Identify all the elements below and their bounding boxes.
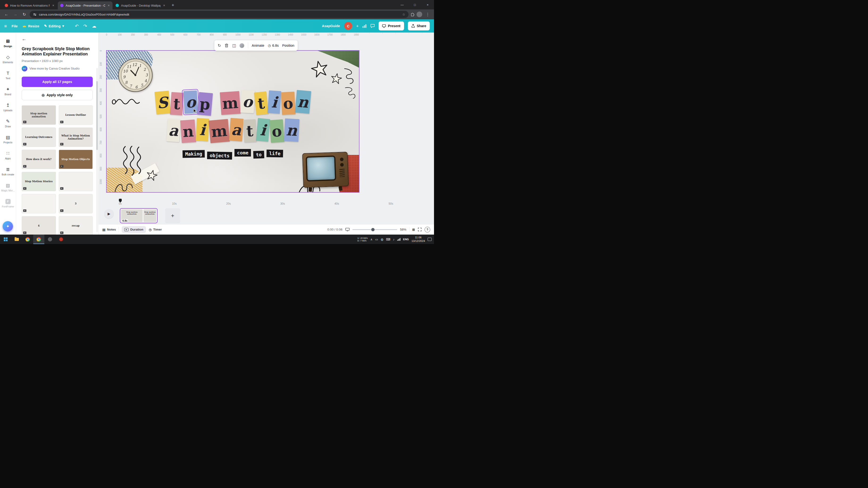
window-minimize-button[interactable]: — xyxy=(396,0,408,9)
add-member-icon[interactable]: + xyxy=(356,24,359,28)
template-page-thumbnail[interactable]: recap ▸ xyxy=(59,216,93,234)
tagline-word[interactable]: life xyxy=(267,150,283,157)
zoom-slider-thumb[interactable] xyxy=(371,228,375,231)
forward-icon[interactable]: → xyxy=(12,11,19,18)
cutout-letter[interactable]: i xyxy=(268,90,281,113)
sidebar-item[interactable]: ▧ Magic Mor... xyxy=(0,180,16,195)
timeline-play-button[interactable]: ▶ xyxy=(104,209,114,219)
url-bar[interactable]: canva.com/design/DAGYrh9sLoQ/1ka3oxP0Sox… xyxy=(30,11,408,18)
vintage-tv-image[interactable] xyxy=(300,150,351,192)
browser-menu-icon[interactable]: ⋮ xyxy=(424,11,431,18)
canva-assistant-button[interactable]: ✦ xyxy=(3,221,13,231)
duration-tab[interactable]: ▶ Duration xyxy=(122,226,146,233)
fullscreen-icon[interactable] xyxy=(418,228,422,231)
tagline-word[interactable]: Making xyxy=(182,150,205,158)
undo-icon[interactable]: ↶ xyxy=(75,24,79,28)
template-page-thumbnail[interactable]: Stop Motion Stories ▸ xyxy=(22,172,56,191)
notification-center-icon[interactable] xyxy=(428,238,432,241)
extensions-puzzle-icon[interactable] xyxy=(410,12,415,17)
bookmark-star-icon[interactable]: ☆ xyxy=(402,12,405,16)
sidebar-item[interactable]: F FontFrame xyxy=(0,196,16,211)
zoom-slider[interactable] xyxy=(352,229,397,230)
monitor-tray-icon[interactable]: ▭ xyxy=(375,238,378,241)
add-page-button[interactable]: + xyxy=(165,208,180,223)
position-button[interactable]: Position xyxy=(282,44,294,47)
apply-all-pages-button[interactable]: Apply all 17 pages xyxy=(22,76,93,87)
browser-tab[interactable]: AsapGuide - Desktop Wallpape × xyxy=(113,1,168,9)
cutout-letter[interactable]: n xyxy=(284,118,299,142)
template-page-thumbnail[interactable]: 3 ▸ xyxy=(59,194,93,214)
clock-date[interactable]: 11:06 13/12/2024 xyxy=(411,236,425,243)
sidebar-item[interactable]: ▤ Projects xyxy=(0,132,16,147)
sidebar-item[interactable]: ⊞ Design xyxy=(0,35,16,51)
window-maximize-button[interactable]: □ xyxy=(408,0,421,9)
template-page-thumbnail[interactable]: ▸ xyxy=(59,172,93,191)
site-info-icon[interactable] xyxy=(33,13,36,16)
chrome-active-icon[interactable] xyxy=(33,234,44,244)
cutout-letter[interactable]: t xyxy=(170,92,184,115)
template-page-thumbnail[interactable]: How does it work? ▸ xyxy=(22,150,56,169)
cutout-letter[interactable]: a xyxy=(229,118,243,141)
notes-button[interactable]: ▤ Notes xyxy=(102,228,116,231)
star-icon[interactable] xyxy=(145,168,159,182)
template-page-thumbnail[interactable]: Stop Motion Objects ▸ xyxy=(59,150,93,169)
sidebar-item[interactable]: ✎ Draw xyxy=(0,116,16,131)
language-indicator[interactable]: ENG xyxy=(403,238,409,241)
chrome-icon[interactable] xyxy=(22,234,33,244)
file-menu[interactable]: File xyxy=(11,24,18,28)
cutout-letter[interactable]: a xyxy=(166,119,181,142)
author-row[interactable]: CC View more by Canva Creative Studio xyxy=(22,66,93,71)
star-icon[interactable] xyxy=(309,59,330,79)
timeline-page-thumbnail[interactable]: Stop motion animation Stop motion animat… xyxy=(120,208,158,223)
browser-profile-avatar[interactable] xyxy=(416,11,422,17)
design-page[interactable]: 1212 345 678 91011 xyxy=(106,51,359,192)
file-explorer-icon[interactable] xyxy=(11,234,22,244)
tab-close-icon[interactable]: × xyxy=(163,3,165,7)
back-icon[interactable]: ← xyxy=(3,11,10,18)
keyboard-tray-icon[interactable]: ⌨ xyxy=(386,238,390,241)
cutout-letter[interactable]: o xyxy=(240,90,255,113)
duration-button[interactable]: ◷ 6.8s xyxy=(268,44,279,47)
mic-tray-icon[interactable]: ◍ xyxy=(381,238,383,241)
cutout-letter[interactable]: t xyxy=(254,92,269,115)
rotate-icon[interactable]: ↻ xyxy=(218,43,221,48)
star-icon[interactable] xyxy=(330,72,343,85)
cutout-letter[interactable]: o xyxy=(281,92,296,115)
sidebar-item[interactable]: ↥ Uploads xyxy=(0,99,16,115)
tagline-word[interactable]: objects xyxy=(207,152,232,160)
cutout-letter[interactable]: i xyxy=(195,118,209,141)
tab-close-icon[interactable]: × xyxy=(52,3,55,7)
cutout-letter[interactable]: n xyxy=(295,90,311,114)
start-button[interactable] xyxy=(0,234,11,244)
redo-icon[interactable]: ↷ xyxy=(83,24,87,28)
browser-tab[interactable]: AsapGuide - Presentation - Can × xyxy=(58,1,113,9)
creator-link[interactable]: View more by Canva Creative Studio xyxy=(30,67,80,70)
editing-mode-menu[interactable]: ✎ Editing ▾ xyxy=(44,24,64,28)
recorder-app-icon[interactable] xyxy=(55,234,66,244)
sidebar-item[interactable]: ∷ Apps xyxy=(0,148,16,163)
app-icon[interactable] xyxy=(44,234,55,244)
timer-tab[interactable]: ◷ Timer xyxy=(149,228,162,231)
refresh-icon[interactable]: ↻ xyxy=(21,11,28,18)
sidebar-item[interactable]: ≣ Bulk create xyxy=(0,164,16,179)
resize-menu[interactable]: Resize xyxy=(22,24,39,28)
template-page-thumbnail[interactable]: 4 ▸ xyxy=(22,216,56,234)
animate-button[interactable]: Animate xyxy=(252,44,264,47)
template-page-thumbnail[interactable]: Lesson Outline ▸ xyxy=(59,105,93,125)
back-arrow-icon[interactable]: ← xyxy=(22,36,28,42)
grid-view-icon[interactable]: ⊞ xyxy=(412,228,415,231)
network-bars-icon[interactable] xyxy=(397,238,401,241)
sidebar-item[interactable]: T Text xyxy=(0,67,16,83)
cutout-letter[interactable]: i xyxy=(256,118,270,142)
duplicate-flip-icon[interactable]: ◫ xyxy=(232,43,236,48)
vintage-clock-image[interactable]: 1212 345 678 91011 xyxy=(116,56,155,95)
tagline-word[interactable]: come xyxy=(235,149,251,157)
template-page-thumbnail[interactable]: ▸ xyxy=(22,194,56,214)
panel-scrollbar[interactable] xyxy=(96,68,98,232)
color-swatch[interactable] xyxy=(239,43,244,48)
cutout-letter[interactable]: S xyxy=(154,91,170,115)
playhead-marker[interactable] xyxy=(119,199,122,201)
present-button[interactable]: Present xyxy=(379,22,404,30)
template-page-thumbnail[interactable]: Learning Outcomes ▸ xyxy=(22,128,56,147)
template-page-thumbnail[interactable]: Stop motion animation ▸ xyxy=(22,105,56,125)
